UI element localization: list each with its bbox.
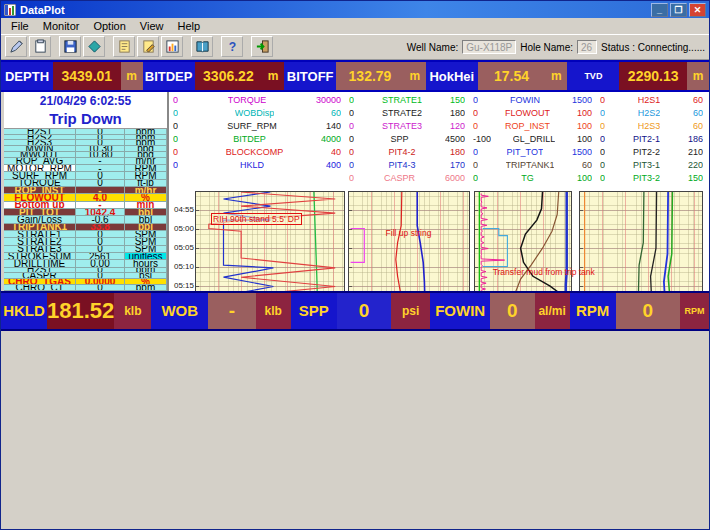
menu-item-file[interactable]: File [5, 19, 35, 33]
parameter-unit: % [125, 194, 167, 200]
app-icon [4, 4, 16, 16]
readout-unit: m [262, 62, 284, 90]
help-toolbar-button[interactable]: ? [221, 36, 243, 57]
parameter-unit: % [125, 279, 167, 284]
print-toolbar-button[interactable] [83, 36, 105, 57]
maximize-button[interactable]: ❐ [670, 3, 687, 17]
menu-item-view[interactable]: View [134, 19, 170, 33]
exit-icon [255, 39, 270, 54]
track-header-row: 0BLOCKCOMP400PIT4-21800PIT_TOT15000PIT2-… [169, 146, 707, 159]
print-icon [87, 39, 102, 54]
curve-pit3-2 [668, 192, 674, 291]
plot-track-2: Fill up string [348, 191, 470, 291]
scale-min: 0 [349, 133, 354, 146]
parameter-value: 10.80 [76, 152, 125, 157]
parameter-value: - [76, 187, 125, 193]
chart-toolbar-button[interactable] [161, 36, 183, 57]
book-toolbar-button[interactable] [191, 36, 213, 57]
parameter-row-motor-rpm: MOTOR_RPM-RPM [4, 165, 167, 172]
parameter-label: CHRO_TGAS [4, 279, 76, 284]
track-header-cell: 0PIT_TOT1500 [469, 146, 596, 159]
scale-min: 0 [349, 172, 354, 185]
hole-name-label: Hole Name: [520, 42, 573, 53]
track-header-cell: -100GL_DRILL100 [469, 133, 596, 146]
readout-value: 3439.01 [53, 62, 121, 90]
parameter-unit: bbl [125, 224, 167, 230]
track-header-cell: 0FOWIN1500 [469, 94, 596, 107]
parameter-label: ROP_AVG [4, 158, 76, 164]
curve-pulse [351, 229, 365, 263]
readout-unit: psi [391, 293, 430, 329]
menu-item-monitor[interactable]: Monitor [37, 19, 86, 33]
track-header-row: 0TORQUE300000STRATE11500FOWIN15000H2S160 [169, 94, 707, 107]
parameter-value: - [76, 202, 125, 208]
track-header-cell: 0H2S160 [596, 94, 707, 107]
svg-text:?: ? [228, 40, 235, 54]
scale-min: 0 [473, 159, 478, 172]
bottom-readout-wob: WOB-klb [151, 293, 290, 329]
parameter-label: H2S1 [4, 268, 76, 273]
track-header-cell: 0H2S360 [596, 120, 707, 133]
curve-name: TRIPTANK1 [506, 159, 555, 172]
curve-name: PIT4-2 [388, 146, 415, 159]
parameter-label: H2S3 [4, 140, 76, 145]
curve-name: STRATE3 [382, 120, 422, 133]
curve-pit2-2 [651, 192, 657, 291]
scale-min: 0 [173, 159, 178, 172]
parameter-label: TRIPTANK1 [4, 224, 76, 230]
note-edit-toolbar-button[interactable] [137, 36, 159, 57]
parameter-label: ROP_INST [4, 187, 76, 193]
scale-max: 210 [688, 146, 703, 159]
readout-label: SPP [291, 293, 337, 329]
parameter-label: MWOUT [4, 152, 76, 157]
scale-min: 0 [349, 107, 354, 120]
note-edit-icon [141, 39, 156, 54]
readout-label: HokHei [426, 62, 478, 90]
parameter-value: 0.0000 [76, 279, 125, 284]
note-toolbar-button[interactable] [113, 36, 135, 57]
track-headers: 0TORQUE300000STRATE11500FOWIN15000H2S160… [169, 94, 707, 185]
curve-name: PIT3-2 [633, 172, 660, 185]
exit-toolbar-button[interactable] [251, 36, 273, 57]
track-header-cell: 0STRATE2180 [345, 107, 469, 120]
readout-label: DEPTH [1, 62, 53, 90]
parameter-label: MWIN [4, 146, 76, 151]
parameter-unit: SPM [125, 238, 167, 244]
readout-label: BITOFF [284, 62, 336, 90]
scale-max: 30000 [316, 94, 341, 107]
parameter-value: 1042.4 [76, 209, 125, 215]
scale-max: 400 [326, 159, 341, 172]
readout-label: BITDEP [143, 62, 195, 90]
hole-name-field[interactable]: 26 [577, 40, 597, 54]
parameter-unit: bbl [125, 209, 167, 215]
scale-max: 180 [450, 107, 465, 120]
save-toolbar-button[interactable] [59, 36, 81, 57]
track-header-cell: 0STRATE3120 [345, 120, 469, 133]
scale-max: 1500 [572, 94, 592, 107]
readout-label: TVD [567, 62, 619, 90]
parameter-row-flowout: FLOWOUT4.0% [4, 194, 167, 201]
parameter-label: STRATE3 [4, 246, 76, 252]
track-header-cell: 0PIT2-1186 [596, 133, 707, 146]
scale-min: 0 [473, 107, 478, 120]
track-header-cell: 0ROP_INST100 [469, 120, 596, 133]
parameter-value: 2561 [76, 253, 125, 259]
readout-value: 2290.13 [619, 62, 687, 90]
curve-name: BLOCKCOMP [226, 146, 284, 159]
menu-item-help[interactable]: Help [172, 19, 207, 33]
parameter-value: 0 [76, 172, 125, 178]
menu-item-option[interactable]: Option [87, 19, 131, 33]
curve-name: SPP [390, 133, 408, 146]
clipboard-toolbar-button[interactable] [29, 36, 51, 57]
minimize-button[interactable]: _ [651, 3, 668, 17]
well-name-field[interactable]: Gu-X118P [462, 40, 516, 54]
curve-name: BITDEP [233, 133, 266, 146]
scale-min: 0 [473, 146, 478, 159]
parameter-value: 0 [76, 231, 125, 237]
pencil-toolbar-button[interactable] [5, 36, 27, 57]
curve-pit3-1 [639, 192, 644, 291]
readout-value: - [208, 293, 255, 329]
close-button[interactable]: ✕ [689, 3, 706, 17]
parameter-unit: ppm [125, 135, 167, 140]
parameter-unit: hours [125, 260, 167, 266]
